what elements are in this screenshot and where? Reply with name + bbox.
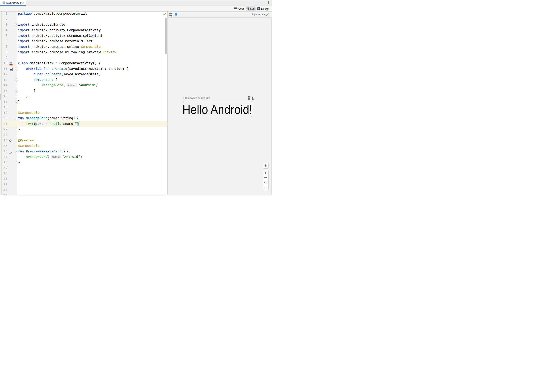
svg-text:<>: <>	[10, 64, 12, 66]
